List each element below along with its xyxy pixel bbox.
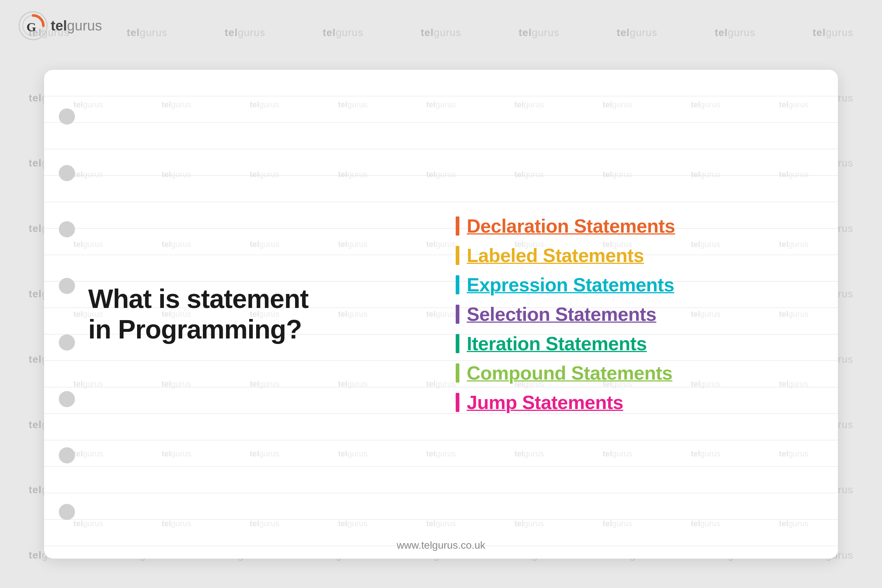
watermark-cell: telgurus	[294, 0, 392, 65]
statement-label: Declaration Statements	[467, 215, 675, 237]
right-section: Declaration StatementsLabeled Statements…	[441, 70, 838, 559]
statement-item: Selection Statements	[456, 303, 808, 325]
notebook-hole	[59, 165, 75, 181]
watermark-cell: telgurus	[98, 0, 196, 65]
notebook-hole	[59, 391, 75, 407]
left-section: What is statement in Programming?	[44, 70, 441, 559]
statement-bar	[456, 334, 459, 353]
statement-label: Selection Statements	[467, 303, 656, 325]
notebook-hole	[59, 504, 75, 520]
statement-item: Iteration Statements	[456, 333, 808, 355]
statement-label: Expression Statements	[467, 274, 674, 296]
notebook-hole	[59, 221, 75, 237]
watermark-cell: telgurus	[392, 0, 490, 65]
statement-bar	[456, 216, 459, 236]
statement-item: Declaration Statements	[456, 215, 808, 237]
statement-item: Labeled Statements	[456, 244, 808, 266]
statement-label: Iteration Statements	[467, 333, 647, 355]
watermark-cell: telgurus	[490, 0, 588, 65]
watermark-cell: telgurus	[588, 0, 686, 65]
logo-text: telgurus	[51, 18, 102, 34]
watermark-cell: telgurus	[784, 0, 882, 65]
main-title: What is statement in Programming?	[88, 284, 412, 345]
statement-label: Labeled Statements	[467, 244, 644, 266]
statement-label: Compound Statements	[467, 362, 672, 384]
statement-label: Jump Statements	[467, 392, 623, 413]
notebook-hole	[59, 278, 75, 294]
notebook-hole	[59, 334, 75, 351]
main-card: telgurustelgurustelgurustelgurustelgurus…	[44, 70, 838, 559]
notebook-hole	[59, 447, 75, 464]
logo-area: G telgurus	[18, 11, 102, 40]
watermark-cell: telgurus	[196, 0, 294, 65]
statement-bar	[456, 304, 459, 324]
logo-icon: G	[18, 11, 48, 40]
statement-bar	[456, 393, 459, 412]
title-line1: What is statement	[88, 284, 308, 314]
statement-bar	[456, 275, 459, 294]
statement-item: Jump Statements	[456, 392, 808, 413]
card-content: What is statement in Programming? Declar…	[44, 70, 838, 559]
statement-bar	[456, 246, 459, 265]
statement-item: Compound Statements	[456, 362, 808, 384]
holes-column	[59, 70, 75, 559]
svg-text:G: G	[27, 20, 36, 34]
title-line2: in Programming?	[88, 315, 302, 344]
statement-bar	[456, 363, 459, 382]
card-footer: www.telgurus.co.uk	[44, 540, 838, 551]
watermark-cell: telgurus	[686, 0, 784, 65]
statement-item: Expression Statements	[456, 274, 808, 296]
notebook-hole	[59, 108, 75, 124]
website-url: www.telgurus.co.uk	[396, 540, 485, 551]
